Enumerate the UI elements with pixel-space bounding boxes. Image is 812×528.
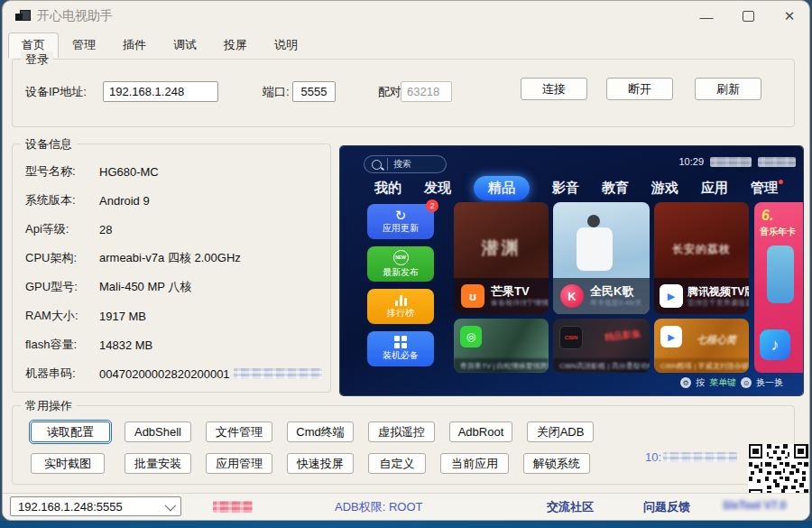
port-input[interactable] (292, 81, 336, 102)
device-info-group-label: 设备信息 (21, 136, 77, 153)
card-karaoke: K 全民K歌 年卡低至0.45/天 (553, 202, 650, 314)
device-info-group: 设备信息 型号名称:HG680-MC 系统版本:Android 9 Api等级:… (12, 144, 331, 393)
cmd-terminal-button[interactable]: Cmd终端 (287, 421, 354, 442)
device-row-os: 系统版本:Android 9 (25, 186, 323, 215)
feedback-link[interactable]: 问题反馈 (643, 499, 690, 515)
tv-nav-bar: 我的 发现 精品 影音 教育 游戏 应用 管理 福利社 (374, 176, 803, 200)
ops-row-1: 读取配置 AdbShell 文件管理 Cmd终端 虚拟遥控 AdbRoot 关闭… (31, 421, 594, 442)
app-logo-icon (15, 9, 30, 23)
tv-nav-featured-active: 精品 (474, 176, 530, 200)
device-row-serial: 机器串码:00470200002820200001 (25, 359, 323, 388)
tv-clock: 10:29 (678, 156, 704, 167)
common-ops-group: 常用操作 读取配置 AdbShell 文件管理 Cmd终端 虚拟遥控 AdbRo… (12, 405, 795, 485)
tv-nav-discover: 发现 (424, 180, 451, 197)
tv-nav-manage: 管理 (751, 180, 783, 197)
card-music-promo: 6. 音乐年卡 ♪ (754, 202, 803, 373)
mango-tv-icon: ʊ (461, 284, 484, 308)
device-row-gpu: GPU型号:Mali-450 MP 八核 (25, 273, 323, 301)
karaoke-info-bar: K 全民K歌 年卡低至0.45/天 (553, 278, 650, 314)
ip-input[interactable] (103, 81, 218, 102)
quick-cast-button[interactable]: 快速投屏 (287, 453, 354, 474)
ops-row-2: 实时截图 批量安装 应用管理 快速投屏 自定义 当前应用 解锁系统 (31, 453, 590, 474)
file-manager-button[interactable]: 文件管理 (206, 421, 272, 442)
music-promo-price: 6. (761, 208, 773, 224)
serial-censored (234, 368, 322, 379)
tab-debug[interactable]: 调试 (160, 32, 210, 58)
app-manager-button[interactable]: 应用管理 (206, 453, 272, 474)
card-qiyiguo: ◎ 奇异果TV | 白蛇情缘爱恨两难全 (454, 319, 549, 373)
grid-icon (394, 336, 407, 348)
tv-nav-media: 影音 (552, 180, 579, 197)
refresh-circle-icon: ↻ (395, 209, 407, 221)
tab-help[interactable]: 说明 (261, 32, 311, 58)
karaoke-figure-body (577, 227, 613, 271)
window-title: 开心电视助手 (37, 8, 113, 24)
tv-nav-mine: 我的 (374, 180, 401, 197)
disconnect-button[interactable]: 断开 (606, 78, 673, 100)
card-kumiao: ▶ 七根心简 CIBN酷喵 | 宋威龙刘浩存破七重迷局 (654, 319, 749, 373)
tile-ranking: 排行榜 (367, 289, 434, 324)
device-row-model: 型号名称:HG680-MC (25, 157, 323, 186)
mango-info-bar: ʊ 芒果TV 青春相伴佳宁情愫难忘 (454, 278, 549, 314)
tencent-video-icon: ▶ (660, 284, 683, 308)
search-icon (372, 160, 382, 170)
screenshot-button[interactable]: 实时截图 (31, 453, 105, 474)
maximize-icon[interactable] (741, 9, 755, 23)
cibn-icon: CIBN (559, 326, 583, 349)
tv-nav-games: 游戏 (651, 180, 678, 197)
virtual-remote-button[interactable]: 虚拟遥控 (368, 421, 435, 442)
activation-time-text: 10: (645, 450, 737, 464)
device-select[interactable]: 192.168.1.248:5555 (10, 496, 181, 516)
tv-hint-bar: ⚙ 按 菜单键 ⊙ 换一换 (680, 376, 783, 389)
qiyiguo-caption: 奇异果TV | 白蛇情缘爱恨两难全 (454, 358, 549, 373)
login-group-label: 登录 (21, 51, 53, 68)
batch-install-button[interactable]: 批量安装 (125, 453, 191, 474)
port-label: 端口: (263, 84, 290, 100)
music-promo-art (767, 245, 794, 303)
tab-plugins[interactable]: 插件 (109, 32, 160, 58)
app-window: 开心电视助手 — ✕ 首页 管理 插件 调试 投屏 说明 登录 设备IP地址: … (2, 0, 810, 521)
karaoke-figure-head (587, 215, 600, 227)
title-bar: 开心电视助手 (3, 1, 809, 32)
tab-strip: 首页 管理 插件 调试 投屏 说明 (8, 32, 311, 58)
tab-manage[interactable]: 管理 (59, 32, 109, 58)
card-mango-tv: 潜渊 ʊ 芒果TV 青春相伴佳宁情愫难忘 (454, 202, 549, 314)
community-link[interactable]: 交流社区 (547, 499, 594, 515)
adb-shell-button[interactable]: AdbShell (125, 421, 191, 442)
music-promo-label: 音乐年卡 (760, 226, 796, 238)
new-badge-icon: NEW (393, 250, 409, 265)
tv-screen-preview[interactable]: 搜索 10:29 我的 发现 精品 影音 教育 游戏 应用 管理 福利社 2 ↻… (340, 146, 803, 395)
tab-cast[interactable]: 投屏 (210, 32, 261, 58)
tile-app-update: 2 ↻ 应用更新 (367, 204, 434, 239)
tv-search-box: 搜索 (364, 155, 447, 173)
tencent-poster-title: 长安的荔枝 (654, 242, 749, 257)
refresh-button[interactable]: 刷新 (695, 78, 761, 100)
bar-chart-icon (395, 294, 407, 306)
login-group: 登录 设备IP地址: 端口: 配对码: 连接 断开 刷新 (12, 59, 795, 127)
device-row-api: Api等级:28 (25, 215, 323, 244)
device-row-cpu: CPU架构:armeabi-v7a 四核 2.00GHz (25, 244, 323, 273)
close-icon[interactable]: ✕ (782, 9, 797, 23)
device-row-ram: RAM大小:1917 MB (25, 301, 323, 330)
custom-button[interactable]: 自定义 (368, 453, 426, 474)
device-row-flash: flash容量:14832 MB (25, 330, 323, 359)
desktop-taskbar-strip (0, 521, 812, 528)
tv-nav-apps: 应用 (701, 180, 728, 197)
tencent-info-bar: ▶ 腾讯视频TV版 雷佳音千里奔袭送荔枝 (654, 278, 749, 314)
read-config-button[interactable]: 读取配置 (31, 421, 110, 442)
current-app-button[interactable]: 当前应用 (440, 453, 509, 474)
ok-key-icon: ⊙ (741, 377, 752, 388)
card-tencent-video: 长安的荔枝 ▶ 腾讯视频TV版 雷佳音千里奔袭送荔枝 (654, 202, 749, 314)
version-text: SlxTool V7.0 (723, 499, 786, 512)
minimize-icon[interactable]: — (699, 9, 714, 23)
connect-button[interactable]: 连接 (521, 78, 587, 100)
adb-root-button[interactable]: AdbRoot (449, 421, 512, 442)
unlock-system-button[interactable]: 解锁系统 (523, 453, 590, 474)
tile-essential-apps: 装机必备 (367, 331, 434, 366)
common-ops-group-label: 常用操作 (21, 398, 77, 414)
close-adb-button[interactable]: 关闭ADB (527, 421, 594, 442)
status-censored-red-text (213, 501, 253, 513)
kumiao-play-icon: ▶ (660, 326, 682, 347)
kumiao-poster-title: 七根心简 (697, 333, 736, 347)
pair-code-input[interactable] (401, 81, 452, 102)
